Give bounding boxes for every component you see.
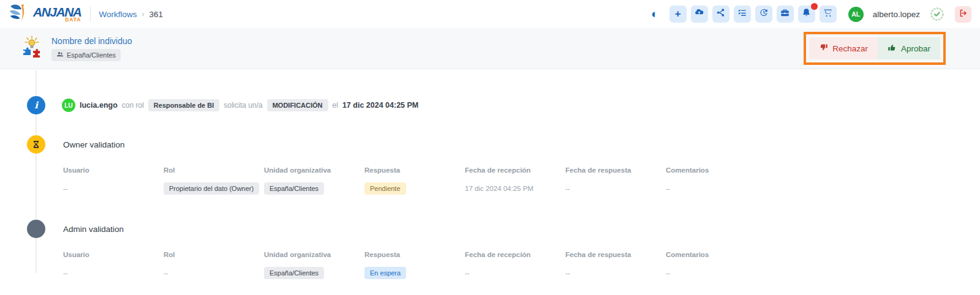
owner-validation-section: Owner validation Usuario Rol Unidad orga…: [0, 135, 980, 195]
col-comentarios: Comentarios: [666, 251, 766, 258]
entity-header-bar: Nombre del individuo España/Clientes Rec…: [0, 28, 980, 69]
approve-label: Aprobar: [901, 44, 930, 53]
reject-label: Rechazar: [832, 44, 868, 53]
owner-fecha-respuesta: --: [565, 185, 666, 192]
admin-rol: --: [164, 269, 264, 277]
col-fecha-recepcion: Fecha de recepción: [465, 166, 565, 174]
col-unidad: Unidad organizativa: [264, 251, 364, 258]
pending-step-icon: [27, 220, 45, 238]
col-fecha-recepcion: Fecha de recepción: [465, 251, 565, 258]
cloud-upload-icon: [695, 8, 704, 20]
admin-fecha-recepcion: --: [465, 269, 565, 277]
col-rol: Rol: [164, 166, 264, 174]
col-unidad: Unidad organizativa: [264, 166, 364, 174]
admin-comentarios: --: [666, 269, 766, 277]
history-button[interactable]: [755, 6, 772, 23]
add-button[interactable]: +: [669, 6, 687, 23]
owner-rol-badge: Propietario del dato (Owner): [164, 182, 259, 195]
toolbar: ◐ + AL alber: [647, 6, 971, 23]
bell-icon: [802, 8, 811, 20]
breadcrumb-workflow-id: 361: [149, 10, 164, 19]
thumbs-up-icon: [888, 43, 897, 54]
contrast-icon[interactable]: ◐: [647, 6, 663, 22]
col-fecha-respuesta: Fecha de respuesta: [565, 166, 666, 174]
anjana-logo[interactable]: ANJANA DATA: [9, 2, 81, 26]
request-date: 17 dic 2024 04:25 PM: [342, 101, 418, 110]
history-icon: [759, 8, 768, 20]
request-text-solicita: solicita un/a: [224, 101, 262, 110]
people-icon: [56, 51, 64, 59]
workflow-timeline: i LU lucia.engo con rol Responsable de B…: [0, 69, 980, 295]
reject-button[interactable]: Rechazar: [809, 37, 878, 59]
action-highlight-box: Rechazar Aprobar: [804, 32, 946, 65]
cart-icon: [823, 8, 832, 20]
owner-fecha-recepcion: 17 dic 2024 04:25 PM: [465, 185, 565, 192]
request-text-el: el: [333, 101, 338, 110]
owner-unidad-badge: España/Clientes: [264, 182, 324, 195]
request-entry: i LU lucia.engo con rol Responsable de B…: [0, 69, 980, 114]
admin-validation-section: Admin validation Usuario Rol Unidad orga…: [0, 220, 980, 279]
notifications-button[interactable]: [798, 6, 815, 23]
anjana-fairy-icon: [9, 2, 29, 26]
col-usuario: Usuario: [63, 251, 164, 258]
admin-validation-title: Admin validation: [63, 225, 124, 234]
upload-button[interactable]: [691, 6, 708, 23]
status-check-icon: [930, 7, 944, 21]
owner-validation-row: -- Propietario del dato (Owner) España/C…: [63, 182, 980, 195]
requester-avatar[interactable]: LU: [62, 99, 75, 112]
owner-comentarios: --: [666, 185, 766, 192]
briefcase-icon: [780, 8, 790, 20]
owner-usuario: --: [63, 185, 164, 192]
hierarchy-button[interactable]: [712, 6, 729, 23]
logout-icon: [959, 9, 968, 20]
admin-fecha-respuesta: --: [565, 269, 666, 277]
owner-status-badge: Pendiente: [364, 182, 406, 195]
col-comentarios: Comentarios: [666, 166, 766, 174]
thumbs-down-icon: [819, 43, 828, 54]
info-icon: i: [27, 96, 45, 114]
owner-validation-table: Usuario Rol Unidad organizativa Respuest…: [63, 166, 980, 195]
approve-button[interactable]: Aprobar: [878, 37, 940, 59]
request-action-badge: MODIFICACIÓN: [267, 99, 328, 111]
logout-button[interactable]: [955, 6, 971, 23]
entity-org-label: España/Clientes: [67, 51, 116, 59]
col-rol: Rol: [164, 251, 264, 258]
entity-type-icon: [20, 35, 44, 62]
admin-status-badge: En espera: [364, 267, 406, 279]
breadcrumb-separator: ›: [142, 10, 145, 18]
owner-validation-title: Owner validation: [63, 140, 125, 149]
admin-usuario: --: [63, 269, 164, 277]
plus-icon: +: [675, 8, 681, 20]
requester-name: lucia.engo: [80, 101, 118, 110]
hierarchy-icon: [716, 8, 725, 20]
briefcase-button[interactable]: [777, 6, 794, 23]
admin-validation-table: Usuario Rol Unidad organizativa Respuest…: [63, 251, 980, 279]
admin-validation-row: -- -- España/Clientes En espera -- -- --: [63, 266, 980, 279]
notification-dot: [811, 3, 818, 10]
breadcrumb-workflows-link[interactable]: Workflows: [99, 10, 137, 19]
col-respuesta: Respuesta: [364, 251, 465, 258]
checklist-icon: [737, 8, 747, 20]
username: alberto.lopez: [873, 10, 920, 19]
entity-title: Nombre del individuo: [51, 36, 132, 46]
cart-button[interactable]: [820, 6, 837, 23]
col-respuesta: Respuesta: [364, 166, 465, 174]
request-text-con-rol: con rol: [122, 101, 144, 110]
requester-role-badge: Responsable de BI: [148, 99, 219, 111]
user-avatar[interactable]: AL: [848, 7, 864, 22]
col-usuario: Usuario: [63, 166, 164, 174]
hourglass-icon: [27, 135, 45, 154]
entity-org-badge: España/Clientes: [51, 49, 121, 61]
col-fecha-respuesta: Fecha de respuesta: [565, 251, 666, 258]
divider: [90, 6, 91, 22]
top-bar: ANJANA DATA Workflows › 361 ◐ +: [0, 0, 980, 28]
workflow-detail-page: ANJANA DATA Workflows › 361 ◐ +: [0, 0, 980, 295]
admin-unidad-badge: España/Clientes: [264, 267, 324, 279]
checklist-button[interactable]: [734, 6, 751, 23]
breadcrumb: Workflows › 361: [99, 10, 164, 19]
